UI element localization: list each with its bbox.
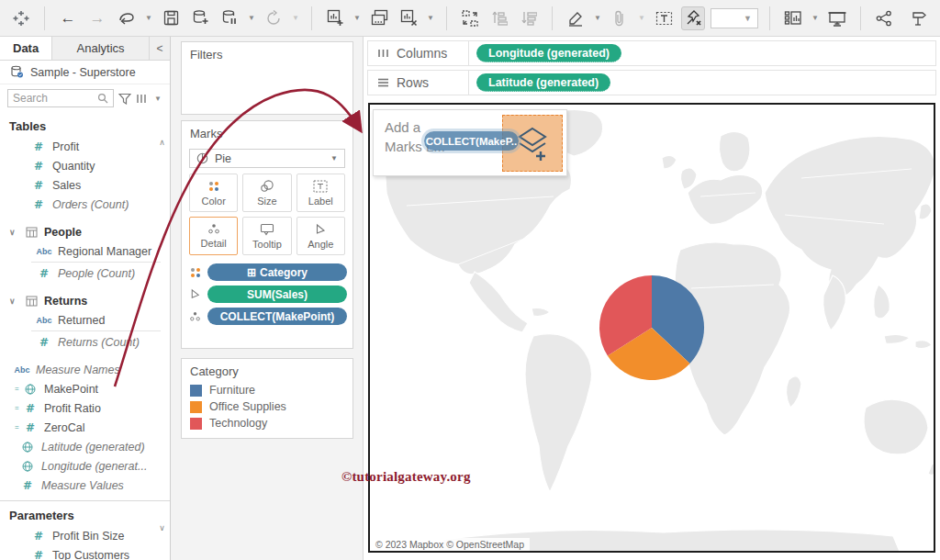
field-regional-manager[interactable]: AbcRegional Manager [0,241,170,261]
tableau-logo-icon[interactable] [9,6,33,30]
field-returns-count[interactable]: #Returns (Count) [0,332,170,352]
filters-card[interactable]: Filters [181,41,353,115]
scroll-up-icon[interactable]: ∧ [159,138,165,147]
pill-category[interactable]: ⊞Category [207,263,347,281]
label-button[interactable]: Label [297,174,345,212]
search-input[interactable]: Search [7,89,114,107]
field-returned[interactable]: AbcReturned [0,310,170,330]
color-button[interactable]: Color [189,174,238,212]
swap-rows-columns-icon[interactable] [458,6,482,30]
replay-dropdown-caret[interactable]: ▼ [144,14,153,22]
mark-type-dropdown[interactable]: Pie ▼ [189,149,345,168]
replay-icon[interactable] [115,6,139,30]
pill-sum-sales[interactable]: SUM(Sales) [207,286,347,303]
share-icon[interactable] [872,6,896,30]
rows-shelf[interactable]: Rows Latitude (generated) [367,70,936,95]
search-icon [97,93,108,104]
number-icon: # [31,549,46,560]
toolbar-separator [552,6,553,30]
filter-fields-icon[interactable] [118,93,131,105]
view-options-icon[interactable] [136,93,149,105]
size-button[interactable]: Size [242,174,291,212]
tab-data[interactable]: Data [0,37,52,60]
dragged-pill-collect-makepoint[interactable]: COLLECT(MakeP.. [424,131,519,151]
category-legend-card: Category Furniture Office Supplies Techn… [181,358,353,439]
pill-latitude-generated[interactable]: Latitude (generated) [476,73,610,92]
chevron-down-icon[interactable]: ∨ [9,228,18,237]
detail-shelf-row: COLLECT(MakePoint) [187,308,347,325]
field-makepoint[interactable]: =MakePoint [0,379,170,398]
show-mark-labels-icon[interactable] [652,6,676,30]
legend-item-furniture[interactable]: Furniture [190,384,344,397]
new-worksheet-icon[interactable] [323,6,347,30]
sort-ascending-icon[interactable] [487,6,511,30]
new-worksheet-dropdown-caret[interactable]: ▼ [352,14,362,22]
field-zerocal[interactable]: =#ZeroCal [0,418,170,437]
datasource-item[interactable]: Sample - Superstore [0,61,170,84]
field-profit[interactable]: #Profit [0,137,170,156]
field-longitude-generated[interactable]: Longitude (generat... [0,456,170,476]
legend-items: Furniture Office Supplies Technology [182,380,352,433]
field-measure-names[interactable]: AbcMeasure Names [0,360,170,379]
presentation-mode-icon[interactable] [825,6,849,30]
field-sales[interactable]: #Sales [0,175,170,195]
field-people-count[interactable]: #People (Count) [0,263,170,283]
legend-item-technology[interactable]: Technology [190,417,344,430]
field-divider [31,330,161,331]
expand-plus-icon[interactable]: ⊞ [247,266,256,279]
new-data-source-icon[interactable] [188,6,212,30]
angle-icon [314,223,327,236]
field-orders-count[interactable]: #Orders (Count) [0,195,170,214]
detail-button[interactable]: Detail [189,217,238,255]
rows-icon [377,77,389,88]
number-icon: # [23,402,38,415]
tab-analytics[interactable]: Analytics [52,37,150,60]
forward-icon[interactable]: → [85,6,109,30]
fit-selector[interactable]: ▼ [711,8,758,28]
highlight-dropdown-caret[interactable]: ▼ [593,14,602,22]
field-latitude-generated[interactable]: Latitude (generated) [0,437,170,456]
group-dropdown-caret[interactable]: ▼ [637,14,646,22]
number-icon: # [31,140,46,153]
clear-sheet-icon[interactable] [397,6,420,30]
field-list: #Profit #Quantity #Sales #Orders (Count)… [0,137,170,495]
collapse-pane-button[interactable]: < [150,37,170,60]
parameter-profit-bin-size[interactable]: #Profit Bin Size [0,526,170,545]
refresh-icon[interactable] [262,6,285,30]
scroll-down-icon[interactable]: ∨ [159,523,165,532]
pause-dropdown-caret[interactable]: ▼ [247,14,256,22]
show-me-icon[interactable] [907,6,931,30]
sort-descending-icon[interactable] [517,6,541,30]
tooltip-button[interactable]: Tooltip [242,217,291,255]
calculation-icon: = [15,385,20,393]
fix-map-pin-icon[interactable] [681,6,705,30]
save-icon[interactable] [159,6,183,30]
pill-collect-makepoint[interactable]: COLLECT(MakePoint) [207,308,347,325]
refresh-dropdown-caret[interactable]: ▼ [291,14,300,22]
pie-chart-mark[interactable] [598,274,706,382]
search-placeholder: Search [13,92,97,105]
back-icon[interactable]: ← [56,6,80,30]
field-quantity[interactable]: #Quantity [0,156,170,175]
tooltip-icon [260,223,274,236]
field-measure-values[interactable]: #Measure Values [0,476,170,495]
highlight-icon[interactable] [564,6,588,30]
show-hide-cards-icon[interactable] [781,6,805,30]
pill-longitude-generated[interactable]: Longitude (generated) [476,44,621,62]
cards-dropdown-caret[interactable]: ▼ [811,14,820,22]
columns-shelf[interactable]: Columns Longitude (generated) [367,40,936,66]
duplicate-sheet-icon[interactable] [367,6,391,30]
pause-auto-updates-icon[interactable] [218,6,241,30]
group-members-icon[interactable] [608,6,632,30]
data-pane-scrollbar[interactable]: ∧ ∨ [156,138,168,532]
chevron-down-icon[interactable]: ∨ [9,297,18,306]
table-group-returns[interactable]: ∨ Returns [0,291,170,310]
angle-button[interactable]: Angle [297,217,345,255]
marks-buttons: Color Size Label Detail Tooltip Angle [189,174,345,255]
legend-item-office-supplies[interactable]: Office Supplies [190,400,344,413]
clear-sheet-dropdown-caret[interactable]: ▼ [426,14,435,22]
view-options-caret[interactable]: ▼ [153,95,162,103]
table-group-people[interactable]: ∨ People [0,222,170,241]
field-profit-ratio[interactable]: =#Profit Ratio [0,398,170,418]
parameter-top-customers[interactable]: #Top Customers [0,545,170,560]
